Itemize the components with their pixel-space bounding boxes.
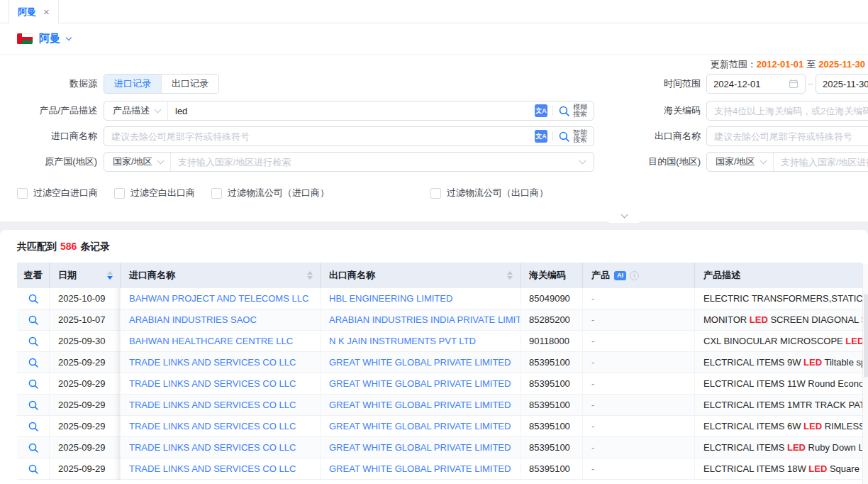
checkbox-filter-logistics-exporter[interactable]: 过滤物流公司（出口商）: [430, 187, 548, 199]
cell-date: 2025-09-29: [50, 416, 121, 437]
table-row: 2025-09-29TRADE LINKS AND SERVICES CO LL…: [17, 458, 862, 480]
hs-code-input[interactable]: [707, 106, 868, 116]
importer-link[interactable]: TRADE LINKS AND SERVICES CO LLC: [129, 400, 296, 410]
exporter-box: [706, 126, 868, 146]
cell-hs-code: 85049090: [521, 288, 583, 309]
hs-code-box: [706, 101, 868, 121]
close-icon[interactable]: ×: [43, 6, 50, 17]
cell-importer: ARABIAN INDUSTRIES SAOC: [121, 309, 321, 331]
date-end-input[interactable]: 2025-11-30: [816, 74, 868, 94]
view-record-button[interactable]: [17, 373, 50, 395]
origin-input[interactable]: [171, 157, 580, 167]
checkbox-filter-blank-importer[interactable]: 过滤空白进口商: [17, 187, 98, 199]
importer-link[interactable]: TRADE LINKS AND SERVICES CO LLC: [129, 421, 296, 431]
view-record-button[interactable]: [17, 331, 50, 352]
importer-link[interactable]: ARABIAN INDUSTRIES SAOC: [129, 314, 257, 325]
date-start-input[interactable]: 2024-12-01: [706, 74, 806, 94]
exporter-label: 出口商名称: [601, 126, 701, 146]
importer-link[interactable]: BAHWAN PROJECT AND TELECOMS LLC: [129, 293, 308, 304]
view-record-button[interactable]: [17, 352, 50, 373]
magnifier-icon: [28, 421, 39, 432]
results-panel: 共匹配到586条记录 查看 日期 进口商名称 出口商名称 海关编码 产品 AI …: [0, 230, 868, 484]
exporter-link[interactable]: GREAT WHITE GLOBAL PRIVATE LIMITED: [329, 400, 511, 410]
col-importer: 进口商名称: [121, 263, 321, 288]
tab-oman[interactable]: 阿曼 ×: [9, 0, 59, 23]
importer-link[interactable]: TRADE LINKS AND SERVICES CO LLC: [129, 357, 296, 368]
exporter-link[interactable]: GREAT WHITE GLOBAL PRIVATE LIMITED: [329, 442, 511, 453]
fuzzy-search-button[interactable]: 模糊搜索: [558, 104, 594, 118]
cell-date: 2025-10-07: [50, 309, 121, 331]
sort-importer[interactable]: [307, 271, 313, 280]
cell-date: 2025-10-09: [50, 288, 121, 309]
importer-input[interactable]: [104, 131, 535, 142]
checkbox-filter-logistics-importer[interactable]: 过滤物流公司（进口商）: [211, 187, 329, 199]
sort-exporter[interactable]: [507, 271, 513, 280]
origin-label: 原产国(地区): [0, 152, 97, 172]
exporter-link[interactable]: N K JAIN INSTRUMENTS PVT LTD: [329, 336, 476, 346]
scrollbar-thumb[interactable]: [864, 294, 868, 378]
cell-importer: TRADE LINKS AND SERVICES CO LLC: [121, 416, 321, 437]
cell-exporter: GREAT WHITE GLOBAL PRIVATE LIMITED: [321, 395, 521, 416]
cell-importer: TRADE LINKS AND SERVICES CO LLC: [121, 395, 321, 416]
checkbox-filter-blank-exporter[interactable]: 过滤空白出口商: [114, 187, 195, 199]
magnifier-icon: [28, 293, 39, 304]
view-record-button[interactable]: [17, 437, 50, 458]
info-icon[interactable]: i: [630, 271, 639, 280]
importer-link[interactable]: TRADE LINKS AND SERVICES CO LLC: [129, 442, 296, 453]
smart-search-button[interactable]: 智能搜索: [558, 129, 594, 143]
country-bar[interactable]: 阿曼: [0, 23, 868, 54]
cell-description: MONITOR LED SCREEN DIAGONAL S...: [695, 309, 862, 331]
sort-date[interactable]: [107, 271, 113, 280]
origin-type-select[interactable]: 国家/地区: [104, 153, 171, 171]
importer-link[interactable]: BAHWAN HEALTHCARE CENTRE LLC: [129, 336, 293, 346]
destination-input[interactable]: [774, 157, 868, 167]
cell-product: -: [583, 395, 695, 416]
ai-badge: AI: [614, 271, 626, 280]
destination-type-value: 国家/地区: [716, 155, 755, 168]
search-form: 更新范围：2012-01-01至2025-11-30 数据源 进口记录 出口记录…: [0, 54, 868, 221]
view-record-button[interactable]: [17, 416, 50, 437]
translate-icon[interactable]: 文A: [535, 104, 547, 117]
magnifier-icon: [28, 336, 39, 347]
search-icon: [558, 105, 570, 117]
importer-link[interactable]: TRADE LINKS AND SERVICES CO LLC: [129, 463, 296, 474]
form-row-datasource: 数据源 进口记录 出口记录 时间范围 2024-12-01 – 2025-11-…: [0, 74, 868, 94]
magnifier-icon: [28, 400, 39, 411]
exporter-link[interactable]: HBL ENGINEERING LIMITED: [329, 293, 452, 304]
exporter-input[interactable]: [707, 131, 868, 142]
cell-date: 2025-09-29: [50, 458, 121, 480]
tab-import-records[interactable]: 进口记录: [104, 75, 161, 93]
cell-exporter: ARABIAN INDUSTRIES INDIA PRIVATE LIMIT..…: [321, 309, 521, 331]
update-range: 更新范围：2012-01-01至2025-11-30: [711, 58, 865, 71]
product-search-input[interactable]: [168, 106, 535, 116]
chevron-down-icon: [760, 157, 767, 164]
exporter-link[interactable]: GREAT WHITE GLOBAL PRIVATE LIMITED: [329, 378, 511, 389]
table-scrollbar[interactable]: [862, 264, 868, 484]
view-record-button[interactable]: [17, 395, 50, 416]
collapse-panel-handle[interactable]: [600, 211, 648, 223]
destination-type-select[interactable]: 国家/地区: [707, 153, 774, 171]
cell-hs-code: 85395100: [521, 437, 583, 458]
table-row: 2025-10-07ARABIAN INDUSTRIES SAOCARABIAN…: [17, 309, 862, 331]
col-date: 日期: [50, 263, 121, 288]
tab-export-records[interactable]: 出口记录: [161, 75, 218, 93]
date-range-dash: –: [808, 74, 813, 94]
cell-importer: TRADE LINKS AND SERVICES CO LLC: [121, 437, 321, 458]
view-record-button[interactable]: [17, 288, 50, 309]
exporter-link[interactable]: GREAT WHITE GLOBAL PRIVATE LIMITED: [329, 421, 511, 431]
oman-flag-icon: [17, 33, 33, 44]
magnifier-icon: [28, 378, 39, 390]
translate-icon[interactable]: 文A: [535, 130, 547, 143]
checkbox-icon: [17, 188, 28, 199]
exporter-link[interactable]: ARABIAN INDUSTRIES INDIA PRIVATE LIMIT..…: [329, 314, 521, 325]
exporter-link[interactable]: GREAT WHITE GLOBAL PRIVATE LIMITED: [329, 463, 511, 474]
exporter-link[interactable]: GREAT WHITE GLOBAL PRIVATE LIMITED: [329, 357, 511, 368]
product-type-select[interactable]: 产品描述: [104, 101, 168, 120]
view-record-button[interactable]: [17, 458, 50, 480]
cell-product: -: [583, 458, 695, 480]
importer-link[interactable]: TRADE LINKS AND SERVICES CO LLC: [129, 378, 296, 389]
cell-product: -: [583, 373, 695, 395]
cell-description: ELCTRICAL ITEMS 6W LED RIMLESS ...: [695, 416, 862, 437]
view-record-button[interactable]: [17, 309, 50, 331]
datasource-segment: 进口记录 出口记录: [104, 74, 219, 94]
